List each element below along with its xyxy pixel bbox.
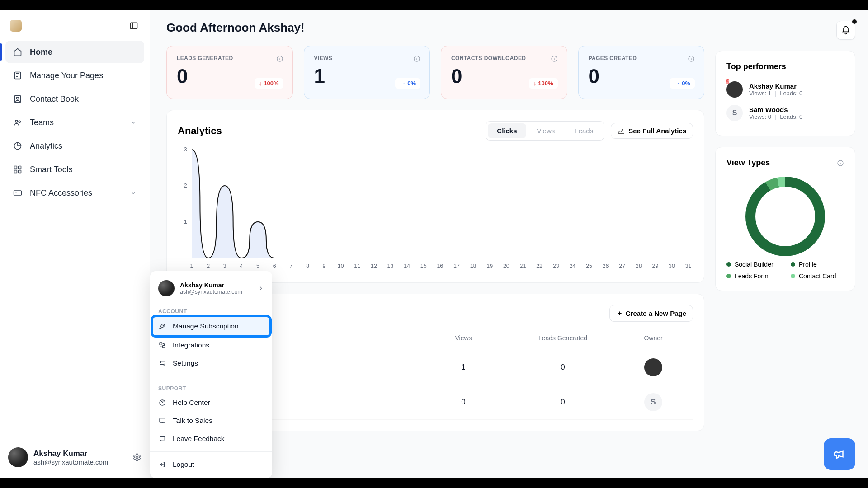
page-greeting: Good Afternoon Akshay! [166, 21, 305, 35]
svg-text:10: 10 [338, 263, 344, 269]
svg-text:26: 26 [603, 263, 609, 269]
svg-text:31: 31 [685, 263, 692, 269]
stat-delta: 100% [264, 80, 278, 87]
svg-text:23: 23 [553, 263, 559, 269]
svg-point-3 [17, 97, 19, 99]
rocket-icon [158, 322, 166, 330]
legend-dot [726, 274, 731, 278]
svg-rect-10 [19, 170, 21, 173]
svg-text:17: 17 [453, 263, 460, 269]
notifications-button[interactable] [836, 21, 855, 40]
svg-text:18: 18 [470, 263, 476, 269]
teams-icon [13, 117, 23, 127]
stat-delta: 100% [538, 80, 553, 87]
svg-text:9: 9 [323, 263, 326, 269]
cell-leads: 0 [509, 398, 617, 407]
tab-clicks[interactable]: Clicks [488, 123, 526, 138]
create-page-label: Create a New Page [626, 310, 686, 317]
svg-text:11: 11 [354, 263, 360, 269]
legend-dot [791, 274, 795, 278]
popup-user-name: Akshay Kumar [180, 282, 252, 289]
sales-icon [158, 417, 166, 425]
popup-user-email: ash@synxautomate.com [180, 289, 252, 295]
performer-name: Akshay Kumar [749, 82, 802, 90]
svg-text:28: 28 [636, 263, 642, 269]
sidebar-item-label: NFC Accessories [30, 188, 123, 198]
top-performers-card: Top performers ♛ Akshay Kumar Views: 1 |… [715, 51, 855, 136]
svg-text:21: 21 [520, 263, 526, 269]
view-types-card: View Types Social Builder Profile Leads … [715, 147, 855, 291]
view-types-legend: Social Builder Profile Leads Form Contac… [726, 261, 844, 280]
feedback-fab[interactable] [824, 438, 855, 470]
info-icon[interactable] [276, 55, 283, 62]
performer-row[interactable]: ♛ Akshay Kumar Views: 1 | Leads: 0 [726, 78, 844, 101]
sidebar-item-home[interactable]: Home [5, 41, 144, 63]
chevron-down-icon [130, 119, 137, 126]
performer-row[interactable]: S Sam Woods Views: 0 | Leads: 0 [726, 101, 844, 125]
sidebar: Home Manage Your Pages Contact Book Team… [0, 10, 150, 478]
megaphone-icon [833, 447, 846, 461]
svg-text:25: 25 [586, 263, 592, 269]
chevron-right-icon [258, 285, 264, 291]
svg-rect-7 [14, 166, 17, 169]
menu-talk-to-sales[interactable]: Talk to Sales [150, 412, 272, 430]
app-logo [10, 20, 22, 32]
menu-settings[interactable]: Settings [150, 354, 272, 372]
menu-label: Leave Feedback [173, 435, 225, 443]
menu-integrations[interactable]: Integrations [150, 336, 272, 354]
menu-help-center[interactable]: Help Center [150, 394, 272, 412]
info-icon[interactable] [551, 55, 558, 62]
account-menu-profile[interactable]: Akshay Kumar ash@synxautomate.com [150, 278, 272, 303]
sidebar-item-teams[interactable]: Teams [5, 111, 144, 134]
sidebar-item-nfc[interactable]: NFC Accessories [5, 182, 144, 204]
svg-text:1: 1 [184, 219, 187, 225]
menu-label: Help Center [173, 399, 210, 407]
menu-manage-subscription[interactable]: Manage Subscription [153, 317, 269, 335]
performer-name: Sam Woods [749, 106, 802, 113]
cell-views: 1 [418, 363, 509, 372]
collapse-sidebar-button[interactable] [128, 20, 140, 32]
sidebar-item-label: Smart Tools [30, 165, 137, 174]
gear-icon[interactable] [132, 453, 142, 462]
stat-leads: LEADS GENERATED 0 ↓100% [166, 46, 293, 99]
svg-text:19: 19 [486, 263, 493, 269]
integrations-icon [158, 341, 166, 349]
menu-label: Talk to Sales [173, 417, 212, 425]
arrow-down-icon: ↓ [533, 80, 537, 87]
svg-text:27: 27 [619, 263, 625, 269]
plus-icon: ＋ [616, 309, 623, 318]
col-leads: Leads Generated [509, 334, 617, 342]
see-full-analytics-button[interactable]: See Full Analytics [611, 123, 693, 139]
info-icon[interactable] [837, 160, 844, 167]
user-email: ash@synxautomate.com [33, 458, 108, 466]
svg-rect-54 [160, 343, 162, 345]
cell-leads: 0 [509, 363, 617, 372]
top-performers-title: Top performers [726, 62, 844, 71]
sidebar-item-contacts[interactable]: Contact Book [5, 88, 144, 110]
menu-logout[interactable]: Logout [150, 455, 272, 474]
popup-section-account: ACCOUNT [150, 303, 272, 316]
svg-point-53 [163, 325, 163, 325]
menu-leave-feedback[interactable]: Leave Feedback [150, 430, 272, 448]
sidebar-item-smart-tools[interactable]: Smart Tools [5, 158, 144, 181]
svg-rect-0 [131, 23, 137, 28]
sidebar-nav: Home Manage Your Pages Contact Book Team… [5, 41, 144, 204]
svg-rect-11 [14, 191, 22, 195]
stats-row: LEADS GENERATED 0 ↓100% VIEWS 1 →0% CONT… [166, 46, 704, 99]
settings-icon [158, 359, 166, 367]
svg-point-5 [19, 121, 20, 122]
menu-label: Logout [173, 460, 194, 469]
sidebar-item-pages[interactable]: Manage Your Pages [5, 64, 144, 87]
tab-leads[interactable]: Leads [566, 123, 602, 138]
create-page-button[interactable]: ＋ Create a New Page [609, 305, 693, 322]
info-icon[interactable] [688, 55, 695, 62]
stat-delta: 0% [407, 80, 416, 87]
svg-text:3: 3 [223, 263, 226, 269]
sidebar-user[interactable]: Akshay Kumar ash@synxautomate.com [5, 444, 144, 471]
legend-dot [726, 262, 731, 267]
svg-point-57 [164, 364, 165, 365]
info-icon[interactable] [413, 55, 420, 62]
svg-rect-59 [160, 418, 165, 422]
sidebar-item-analytics[interactable]: Analytics [5, 135, 144, 157]
tab-views[interactable]: Views [528, 123, 564, 138]
